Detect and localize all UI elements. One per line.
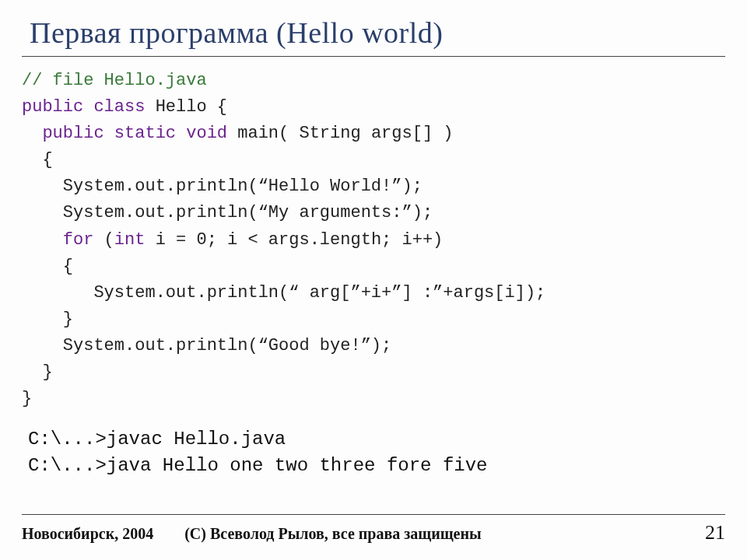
slide: Первая программа (Hello world) // file H… — [0, 0, 747, 560]
shell-line: C:\...>java Hello one two three fore fiv… — [28, 455, 488, 476]
title-rule — [22, 56, 725, 57]
code-text: } — [22, 310, 73, 329]
footer-rule — [22, 514, 725, 515]
code-block: // file Hello.java public class Hello { … — [22, 68, 725, 412]
code-text: { — [22, 257, 73, 276]
shell-line: C:\...>javac Hello.java — [28, 429, 286, 450]
code-text: main( String args[] ) — [227, 124, 453, 143]
footer-location: Новосибирск, 2004 — [22, 525, 153, 543]
code-text: ( — [93, 230, 114, 250]
kw-int: int — [114, 230, 146, 250]
code-text: System.out.println(“Good bye!”); — [22, 336, 391, 355]
footer: Новосибирск, 2004 (С) Всеволод Рылов, вс… — [22, 514, 725, 544]
code-comment: // file Hello.java — [22, 71, 207, 90]
slide-title: Первая программа (Hello world) — [30, 16, 725, 50]
code-text: System.out.println(“My arguments:”); — [22, 203, 433, 222]
footer-row: Новосибирск, 2004 (С) Всеволод Рылов, вс… — [22, 521, 725, 544]
kw-public-static-void: public static void — [22, 124, 227, 143]
kw-for: for — [22, 230, 93, 250]
code-text: } — [22, 362, 53, 382]
code-text: System.out.println(“Hello World!”); — [22, 177, 423, 196]
code-text: Hello { — [145, 97, 227, 117]
code-text: } — [22, 389, 32, 408]
code-text: { — [22, 150, 53, 170]
page-number: 21 — [705, 521, 725, 544]
kw-public-class: public class — [22, 97, 145, 117]
code-text: i = 0; i < args.length; i++) — [145, 230, 443, 250]
code-text: System.out.println(“ arg[”+i+”] :”+args[… — [22, 283, 545, 303]
shell-block: C:\...>javac Hello.java C:\...>java Hell… — [28, 426, 725, 478]
footer-copyright: (С) Всеволод Рылов, все права защищены — [184, 525, 705, 543]
